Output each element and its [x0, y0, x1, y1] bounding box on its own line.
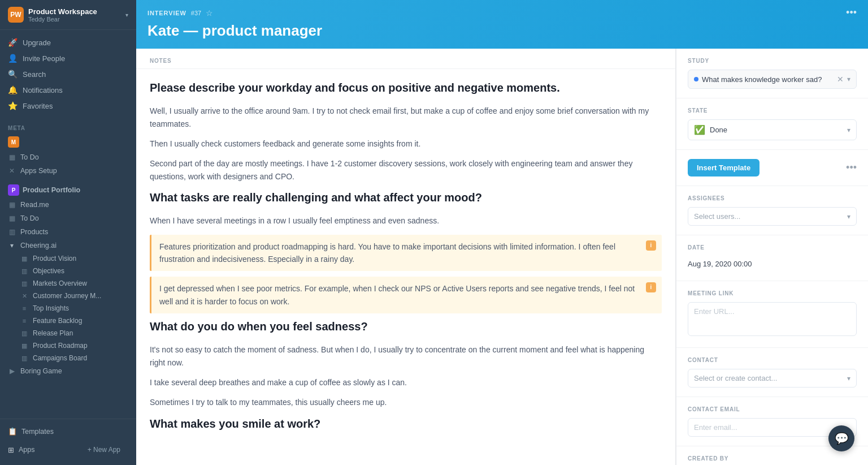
sidebar-item-objectives[interactable]: ▥ Objectives — [0, 265, 136, 277]
highlight-1: Features prioritization and product road… — [150, 235, 662, 272]
sidebar-item-markets-overview[interactable]: ▥ Markets Overview — [0, 277, 136, 290]
apps-setup-icon: ✕ — [8, 167, 16, 175]
sidebar-item-search[interactable]: 🔍 Search — [0, 66, 136, 82]
meeting-link-section: MEETING LINK — [676, 281, 868, 348]
study-dot — [694, 77, 698, 81]
sidebar-item-todo2[interactable]: ▦ To Do — [0, 212, 136, 225]
boring-game-icon: ▶ — [8, 367, 16, 375]
paragraph-2: Then I usually check customers feedback … — [150, 137, 662, 150]
sidebar-item-favorites[interactable]: ⭐ Favorites — [0, 98, 136, 114]
header-meta: INTERVIEW #37 ☆ ••• — [147, 7, 857, 19]
meeting-link-input[interactable] — [688, 302, 857, 336]
date-section: DATE Aug 19, 2020 00:00 — [676, 235, 868, 281]
workspace-chevron[interactable]: ▾ — [125, 12, 128, 18]
sidebar-item-todo[interactable]: ▦ To Do — [0, 150, 136, 164]
sidebar-item-apps-setup[interactable]: ✕ Apps Setup — [0, 164, 136, 178]
page-header: INTERVIEW #37 ☆ ••• Kate — product manag… — [136, 0, 868, 49]
chat-bubble[interactable]: 💬 — [828, 425, 854, 451]
sidebar-item-campaigns-board[interactable]: ▥ Campaigns Board — [0, 352, 136, 364]
created-by-label: CREATED BY — [688, 455, 857, 462]
sidebar-apps-row: ⊞ Apps + New App — [0, 439, 136, 460]
sidebar-item-boring-game[interactable]: ▶ Boring Game — [0, 364, 136, 378]
interview-type: INTERVIEW — [147, 10, 186, 16]
star-icon[interactable]: ☆ — [206, 8, 213, 18]
assignees-select[interactable]: Select users... ▾ — [688, 207, 857, 226]
customer-journey-label: Customer Journey M... — [33, 292, 101, 300]
sidebar-item-product-roadmap[interactable]: ▦ Product Roadmap — [0, 339, 136, 352]
sidebar-item-product-vision[interactable]: ▦ Product Vision — [0, 252, 136, 265]
paragraph-3: Second part of the day are mostly meetin… — [150, 157, 662, 183]
state-check-icon: ✅ — [694, 124, 705, 135]
sidebar-item-release-plan[interactable]: ▥ Release Plan — [0, 327, 136, 339]
study-section: STUDY What makes knowledge worker sad? ✕… — [676, 49, 868, 98]
sidebar-item-templates[interactable]: 📋 Templates — [0, 424, 136, 439]
product-portfolio-header[interactable]: P Product Portfolio — [0, 178, 136, 198]
highlight-1-icon: i — [646, 240, 656, 251]
contact-select[interactable]: Select or create contact... ▾ — [688, 369, 857, 388]
more-options-icon[interactable]: ••• — [846, 7, 857, 19]
favorites-icon: ⭐ — [8, 101, 17, 110]
markets-overview-label: Markets Overview — [33, 279, 87, 287]
sidebar-item-customer-journey[interactable]: ✕ Customer Journey M... — [0, 290, 136, 302]
workspace-icon: PW — [8, 7, 24, 23]
templates-label: Templates — [21, 428, 54, 436]
sidebar-item-meta[interactable]: M — [0, 134, 136, 150]
todo2-icon: ▦ — [8, 214, 16, 222]
state-select[interactable]: ✅ Done ▾ — [688, 119, 857, 140]
insert-template-button[interactable]: Insert Template — [688, 159, 760, 176]
state-section: STATE ✅ Done ▾ — [676, 98, 868, 150]
main-content: INTERVIEW #37 ☆ ••• Kate — product manag… — [136, 0, 868, 465]
notifications-icon: 🔔 — [8, 85, 17, 94]
contact-email-label: CONTACT EMAIL — [688, 406, 857, 412]
sidebar-item-feature-backlog[interactable]: ≡ Feature Backlog — [0, 315, 136, 327]
interview-id: #37 — [191, 10, 201, 16]
sidebar-item-readme[interactable]: ▦ Read.me — [0, 198, 136, 212]
assignees-placeholder: Select users... — [694, 212, 740, 221]
products-icon: ▥ — [8, 228, 16, 236]
sidebar-item-invite[interactable]: 👤 Invite People — [0, 50, 136, 66]
sidebar-item-top-insights[interactable]: ≡ Top Insights — [0, 302, 136, 315]
study-item[interactable]: What makes knowledge worker sad? ✕ ▾ — [688, 70, 857, 89]
campaigns-board-icon: ▥ — [20, 355, 28, 362]
state-value: Done — [710, 126, 843, 134]
release-plan-label: Release Plan — [33, 329, 73, 337]
assignees-section: ASSIGNEES Select users... ▾ — [676, 186, 868, 235]
feature-backlog-icon: ≡ — [20, 317, 28, 324]
right-panel: STUDY What makes knowledge worker sad? ✕… — [676, 49, 868, 465]
new-app-button[interactable]: + New App — [80, 442, 128, 457]
question-1: Please describe your workday and focus o… — [150, 80, 662, 96]
paragraph-5: It's not so easy to catch the moment of … — [150, 343, 662, 369]
date-value[interactable]: Aug 19, 2020 00:00 — [688, 256, 857, 272]
study-chevron-icon[interactable]: ▾ — [847, 75, 850, 83]
insert-more-icon[interactable]: ••• — [846, 162, 857, 174]
portfolio-icon: P — [8, 184, 19, 196]
top-insights-label: Top Insights — [33, 304, 69, 312]
study-label: STUDY — [688, 58, 857, 64]
workspace-header[interactable]: PW Product Workspace Teddy Bear ▾ — [0, 0, 136, 30]
products-label: Products — [20, 228, 48, 236]
notifications-label: Notifications — [23, 86, 63, 94]
study-remove-icon[interactable]: ✕ — [837, 75, 844, 84]
sidebar-item-upgrade[interactable]: 🚀 Upgrade — [0, 35, 136, 50]
sidebar-item-notifications[interactable]: 🔔 Notifications — [0, 82, 136, 98]
invite-label: Invite People — [23, 54, 65, 63]
todo-icon: ▦ — [8, 153, 16, 161]
release-plan-icon: ▥ — [20, 330, 28, 337]
paragraph-1: Well, I usually arrive to the office aro… — [150, 105, 662, 131]
sidebar-item-products[interactable]: ▥ Products — [0, 225, 136, 239]
search-label: Search — [23, 70, 46, 79]
apps-setup-label: Apps Setup — [20, 167, 57, 175]
readme-label: Read.me — [20, 201, 49, 209]
sidebar-footer: 📋 Templates ⊞ Apps + New App — [0, 419, 136, 465]
markets-overview-icon: ▥ — [20, 280, 28, 287]
boring-game-label: Boring Game — [20, 367, 62, 375]
page-title: Kate — product manager — [147, 22, 857, 40]
meeting-link-label: MEETING LINK — [688, 290, 857, 296]
paragraph-7: Sometimes I try to talk to my teammates,… — [150, 396, 662, 409]
sidebar-item-cheering-ai[interactable]: ▾ Cheering.ai — [0, 239, 136, 252]
contact-chevron-icon: ▾ — [847, 374, 850, 382]
meta-section-label: META — [0, 118, 136, 134]
highlight-2-icon: i — [646, 282, 656, 292]
invite-icon: 👤 — [8, 54, 17, 63]
notes-area: NOTES Please describe your workday and f… — [136, 49, 676, 465]
